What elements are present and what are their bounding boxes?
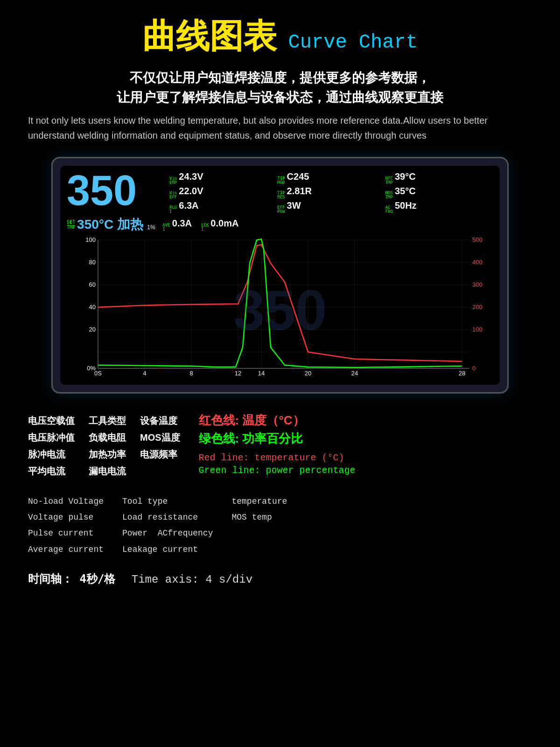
- chart-svg: 100 80 60 40 20 0% 500 400 300 200 100 0…: [60, 235, 500, 385]
- svg-text:24: 24: [351, 370, 358, 377]
- current-temp: 350: [67, 169, 160, 211]
- screen-inner: 350 Vin EMP 24.3V: [60, 166, 500, 385]
- svg-text:100: 100: [85, 236, 96, 243]
- legend-red-english: Red line: temperature (°C): [199, 452, 532, 463]
- set-label-bot: TMP: [67, 225, 75, 230]
- svg-text:14: 14: [258, 370, 265, 377]
- set-label-top: SET: [67, 219, 75, 225]
- info-bottom-section: 电压空载值 电压脉冲值 脉冲电流 平均电流 工具类型 负载电阻 加热功率 漏电电…: [28, 412, 532, 479]
- page-container: 曲线图表 Curve Chart 不仅仅让用户知道焊接温度，提供更多的参考数据，…: [0, 0, 560, 600]
- legend-section: 红色线: 温度（°C） 绿色线: 功率百分比 Red line: tempera…: [199, 412, 532, 479]
- svg-text:100: 100: [472, 326, 483, 333]
- heating-text: 加热: [117, 216, 143, 233]
- svg-text:4: 4: [143, 370, 146, 377]
- svg-text:40: 40: [89, 303, 96, 310]
- en-labels: No-load Voltage Voltage pulse Pulse curr…: [28, 493, 532, 557]
- title-chinese: 曲线图表: [142, 17, 277, 55]
- svg-text:500: 500: [472, 236, 483, 243]
- svg-text:8: 8: [189, 370, 193, 377]
- title-english: Curve Chart: [288, 31, 418, 54]
- svg-text:20: 20: [305, 370, 311, 377]
- svg-text:200: 200: [472, 303, 483, 310]
- set-tmp-value: 350°C: [77, 217, 113, 232]
- subtitle-english: It not only lets users know the welding …: [28, 113, 532, 143]
- title-section: 曲线图表 Curve Chart: [28, 14, 532, 59]
- svg-text:20: 20: [89, 326, 96, 333]
- legend-red-chinese: 红色线: 温度（°C）: [199, 412, 532, 429]
- svg-text:0S: 0S: [94, 370, 102, 377]
- legend-green-english: Green line: power percentage: [199, 465, 532, 476]
- screen-header: 350 Vin EMP 24.3V: [60, 166, 500, 216]
- svg-text:300: 300: [472, 281, 483, 288]
- device-screen: 350 Vin EMP 24.3V: [51, 157, 509, 394]
- pct-label: 1%: [147, 224, 155, 233]
- svg-text:0: 0: [472, 365, 476, 372]
- svg-text:400: 400: [472, 259, 483, 266]
- en-col3: temperature MOS temp: [231, 493, 287, 557]
- legend-green-chinese: 绿色线: 功率百分比: [199, 430, 532, 447]
- col2-chinese: 工具类型 负载电阻 加热功率 漏电电流: [89, 412, 126, 479]
- svg-text:80: 80: [89, 259, 96, 266]
- set-tmp-row: SET TMP 350°C 加热 1% AVE I 0.3A: [60, 216, 500, 235]
- type-text: type: [147, 497, 168, 506]
- svg-text:28: 28: [459, 370, 465, 377]
- en-col2: Tool type Load resistance Power ACfreque…: [122, 493, 213, 557]
- col3-chinese: 设备温度 MOS温度 电源频率: [140, 412, 180, 479]
- time-axis-label: 时间轴：: [28, 572, 73, 585]
- en-col1: No-load Voltage Voltage pulse Pulse curr…: [28, 493, 104, 557]
- subtitle-chinese: 不仅仅让用户知道焊接温度，提供更多的参考数据， 让用户更了解焊接信息与设备状态，…: [28, 68, 532, 107]
- time-axis-value: 4秒/格: [79, 572, 115, 585]
- time-axis-english: Time axis: 4 s/div: [132, 573, 252, 586]
- svg-text:12: 12: [235, 370, 241, 377]
- data-labels-chinese: 电压空载值 电压脉冲值 脉冲电流 平均电流 工具类型 负载电阻 加热功率 漏电电…: [28, 412, 180, 479]
- time-axis-section: 时间轴： 4秒/格 Time axis: 4 s/div: [28, 571, 532, 586]
- chart-area: 350: [60, 235, 500, 385]
- svg-rect-0: [70, 235, 490, 385]
- svg-text:60: 60: [89, 281, 96, 288]
- col1-chinese: 电压空载值 电压脉冲值 脉冲电流 平均电流: [28, 412, 75, 479]
